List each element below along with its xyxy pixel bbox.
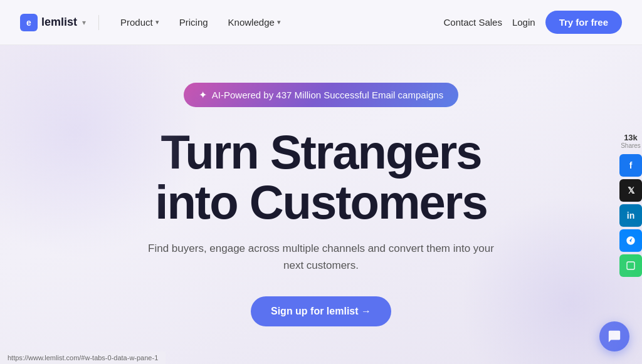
share-count-number: 13k	[621, 133, 641, 142]
share-count-label: Shares	[621, 142, 641, 149]
hero-section: ✦ AI-Powered by 437 Million Successful E…	[0, 45, 642, 364]
login-button[interactable]: Login	[512, 17, 535, 28]
nav-knowledge[interactable]: Knowledge ▾	[219, 12, 290, 33]
social-share-count: 13k Shares	[621, 133, 641, 149]
logo-icon: e	[20, 14, 38, 31]
hero-subtitle: Find buyers, engage across multiple chan…	[145, 240, 497, 274]
logo-text: lemlist	[41, 16, 77, 29]
contact-sales-link[interactable]: Contact Sales	[444, 17, 502, 28]
messenger-share-button[interactable]	[619, 229, 642, 252]
status-url: https://www.lemlist.com/#w-tabs-0-data-w…	[8, 354, 158, 361]
ai-badge[interactable]: ✦ AI-Powered by 437 Million Successful E…	[184, 83, 458, 107]
linkedin-share-button[interactable]: in	[619, 204, 642, 227]
sparkle-icon: ✦	[199, 89, 207, 101]
ai-badge-text: AI-Powered by 437 Million Successful Ema…	[212, 90, 443, 100]
chat-button[interactable]	[599, 321, 629, 351]
navbar-left: e lemlist ▾ Product ▾ Pricing Knowledge …	[20, 12, 290, 33]
twitter-share-button[interactable]: 𝕏	[619, 179, 642, 202]
nav-links: Product ▾ Pricing Knowledge ▾	[112, 12, 290, 33]
nav-product[interactable]: Product ▾	[112, 12, 168, 33]
status-bar: https://www.lemlist.com/#w-tabs-0-data-w…	[0, 351, 166, 364]
signup-button[interactable]: Sign up for lemlist →	[251, 296, 391, 326]
navbar-right: Contact Sales Login Try for free	[444, 11, 622, 34]
hero-title: Turn Strangers into Customers	[155, 127, 487, 227]
try-for-free-button[interactable]: Try for free	[545, 11, 622, 34]
svg-rect-0	[627, 262, 634, 269]
social-sidebar: 13k Shares f 𝕏 in	[619, 133, 642, 277]
navbar: e lemlist ▾ Product ▾ Pricing Knowledge …	[0, 0, 642, 45]
nav-pricing[interactable]: Pricing	[171, 12, 217, 33]
whatsapp-share-button[interactable]	[619, 254, 642, 277]
facebook-share-button[interactable]: f	[619, 154, 642, 177]
knowledge-chevron-icon: ▾	[277, 18, 281, 26]
logo-chevron-icon: ▾	[82, 18, 86, 27]
logo[interactable]: e lemlist ▾	[20, 14, 86, 31]
nav-divider	[98, 15, 99, 30]
product-chevron-icon: ▾	[155, 18, 159, 26]
